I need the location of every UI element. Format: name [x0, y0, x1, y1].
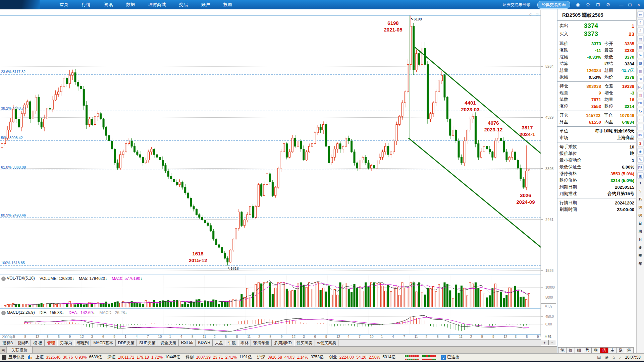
- panel-tab-值[interactable]: 值: [600, 347, 608, 353]
- period-multi[interactable]: 多: [637, 245, 644, 251]
- panel-tab-主[interactable]: 主: [608, 347, 617, 353]
- minimize-button[interactable]: —: [619, 2, 624, 7]
- index-quote-上证[interactable]: 上证3326.4630.760.93%6639亿: [36, 354, 102, 360]
- indicator-tab-另存为[interactable]: 另存为: [57, 340, 74, 346]
- close-button[interactable]: ×: [636, 2, 641, 7]
- rsi-icon[interactable]: RSI: [637, 132, 644, 138]
- money-icon[interactable]: $: [637, 140, 644, 146]
- f12-icon[interactable]: F12: [637, 100, 644, 106]
- panel-row-涨幅[interactable]: 涨幅-0.33%最低3370: [557, 54, 636, 60]
- wave-icon[interactable]: ≈: [637, 124, 644, 130]
- formula-icon[interactable]: ƒx: [637, 108, 644, 114]
- diamond-icon[interactable]: ◇: [529, 12, 532, 16]
- back-arrow-icon[interactable]: ⇦: [637, 11, 644, 18]
- quick-toggle[interactable]: 显示快捷: [8, 354, 24, 360]
- indicator-tab-SUP决策[interactable]: SUP决策: [137, 340, 158, 346]
- panel-row-总量[interactable]: 总量126384总额42.7亿: [557, 67, 636, 74]
- news-icon[interactable]: ▥: [637, 68, 644, 74]
- panel-row-到期描述[interactable]: 到期描述合约月第15号: [557, 190, 636, 197]
- market-minichart[interactable]: [405, 355, 420, 360]
- index-quote-深证[interactable]: 深证10611.72179.181.72%10445亿: [107, 354, 180, 360]
- period-60[interactable]: 60: [637, 213, 644, 219]
- indicator-tab-MACD基本[interactable]: MACD基本: [91, 340, 115, 346]
- indicator-tab-大盘[interactable]: 大盘: [213, 340, 225, 346]
- bidask-row-买入[interactable]: 买入337323: [557, 30, 636, 38]
- period-15[interactable]: 15: [637, 196, 644, 203]
- indicator-tab-指标A[interactable]: 指标A: [0, 340, 15, 346]
- indicator-tab-DDE决策[interactable]: DDE决策: [116, 340, 137, 346]
- indicator-tab-绑定到[interactable]: 绑定到: [74, 340, 91, 346]
- indicator-tab-布林[interactable]: 布林: [238, 340, 251, 346]
- panel-row-振幅[interactable]: 振幅0.53%均价3378: [557, 74, 636, 80]
- panel-row-市场[interactable]: 市场上海商品: [557, 134, 636, 141]
- vol-indicator-name[interactable]: VOL-TDX(5,10): [7, 276, 35, 281]
- macd-indicator-name[interactable]: MACD(12,26,9): [7, 310, 35, 315]
- board-list-icon[interactable]: ▤: [597, 355, 601, 360]
- period-30[interactable]: 30: [637, 204, 644, 211]
- panel-tab-笔[interactable]: 笔: [558, 347, 567, 353]
- panel-row-涨停[interactable]: 涨停3553跌停3214: [557, 103, 636, 110]
- indicator-tab-资金决策[interactable]: 资金决策: [158, 340, 179, 346]
- panel-row-现价[interactable]: 现价3373今开3385: [557, 40, 636, 47]
- panel-tab-价[interactable]: 价: [567, 347, 575, 353]
- index-quote-科创[interactable]: 科创1007.3923.712.41%1191亿: [185, 354, 252, 360]
- signal-flag-icon[interactable]: ⌂: [612, 355, 615, 360]
- collapse-chevron-icon[interactable]: ˅: [1, 311, 6, 315]
- panel-row-涨跌[interactable]: 涨跌-11最高3388: [557, 47, 636, 54]
- market-minichart[interactable]: [422, 355, 437, 360]
- quote-table-icon[interactable]: ▦: [637, 44, 644, 50]
- page-up-icon[interactable]: ⇧: [637, 19, 644, 26]
- panel-row-笔数[interactable]: 笔数7671均量16: [557, 96, 636, 103]
- indicator-tab-w低买高卖[interactable]: w低买高卖: [315, 340, 339, 346]
- chart-area[interactable]: 5264432933952461152623.6% 5117.3238.2% 4…: [0, 9, 557, 353]
- indicator-tab-管理[interactable]: 管理: [45, 340, 57, 346]
- page-down-icon[interactable]: ⇩: [637, 27, 644, 34]
- window-icon[interactable]: ▣: [0, 347, 7, 353]
- panel-row-报价单位[interactable]: 报价单位吨: [557, 150, 636, 157]
- panel-tab-联[interactable]: 联: [592, 347, 600, 353]
- panel-row-单位[interactable]: 单位每手10吨 剩余165天: [557, 128, 636, 134]
- panel-row-持仓[interactable]: 持仓803038仓差19338: [557, 83, 636, 89]
- mini-bars-icon[interactable]: [28, 355, 32, 359]
- fib-tool-icon[interactable]: Fib: [637, 76, 644, 82]
- draw-icon[interactable]: ✎: [637, 156, 644, 163]
- alert-bell-icon[interactable]: ♪: [619, 355, 621, 360]
- indicator-tab-RSI 55[interactable]: RSI 55: [179, 340, 196, 346]
- period-week[interactable]: 周: [637, 229, 644, 235]
- panel-row-每手乘数[interactable]: 每手乘数10: [557, 143, 636, 150]
- index-quote-沪深[interactable]: 沪深3916.5844.031.14%3753亿: [257, 354, 324, 360]
- popout-icon[interactable]: ⊡: [536, 12, 539, 16]
- indicator-tab-指标B[interactable]: 指标B: [15, 340, 31, 346]
- indicator-tab-KDWR[interactable]: KDWR: [196, 340, 213, 346]
- settings-gear-icon[interactable]: ⚙: [605, 2, 611, 7]
- expand-plus-icon[interactable]: +: [2, 355, 6, 360]
- linked-quote-tab[interactable]: 关联报价: [7, 347, 33, 353]
- headset-icon[interactable]: Ω: [585, 2, 591, 7]
- menu-item-账户[interactable]: 账户: [201, 2, 210, 8]
- panel-row-涨停价格[interactable]: 涨停价格3553 (5.0%): [557, 170, 636, 177]
- panel-row-开仓[interactable]: 开仓145722平仓107046: [557, 112, 636, 119]
- report-icon[interactable]: ▤: [637, 36, 644, 42]
- period-5[interactable]: 5: [637, 188, 644, 195]
- panel-tab-细[interactable]: 细: [575, 347, 583, 353]
- candlestick-chart[interactable]: 5264432933952461152623.6% 5117.3238.2% 4…: [0, 0, 557, 362]
- layout-grid-icon[interactable]: ⊞: [595, 2, 601, 7]
- menu-item-数据[interactable]: 数据: [126, 2, 135, 8]
- indicator-tab-模 板[interactable]: 模 板: [31, 340, 45, 346]
- indicator-tab-张清华量[interactable]: 张清华量: [251, 340, 272, 346]
- indicator-tab-低买高卖[interactable]: 低买高卖: [294, 340, 315, 346]
- theme-icon[interactable]: ◉: [575, 2, 581, 7]
- f5-icon[interactable]: F5: [637, 164, 644, 171]
- connection-badge[interactable]: 3: [441, 355, 446, 360]
- f8-icon[interactable]: F8: [637, 84, 644, 90]
- period-month[interactable]: 月: [637, 237, 644, 243]
- kline-icon[interactable]: ▩: [637, 60, 644, 66]
- auto-icon[interactable]: 自: [637, 92, 644, 98]
- move-icon[interactable]: ◈: [637, 148, 644, 155]
- period-year[interactable]: 年: [637, 261, 644, 267]
- panel-row-外盘[interactable]: 外盘61550内盘64834: [557, 119, 636, 125]
- panel-row-最低保证金[interactable]: 最低保证金6.00%: [557, 164, 636, 170]
- restore-button[interactable]: ⊡: [627, 2, 633, 7]
- bidask-row-卖出[interactable]: 卖出33741: [557, 22, 636, 30]
- panel-tab-势[interactable]: 势: [583, 347, 592, 353]
